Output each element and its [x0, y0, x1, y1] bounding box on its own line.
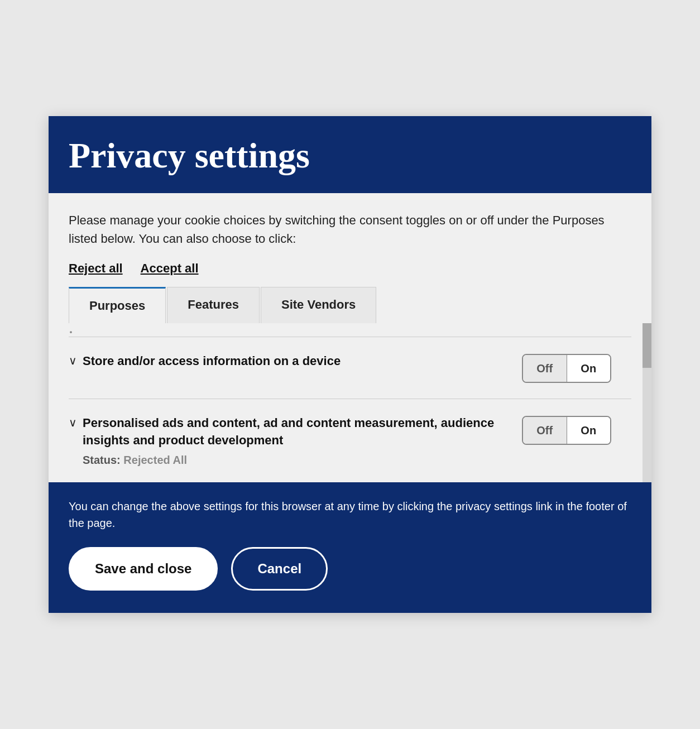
- purpose-item-1: ∨ Store and/or access information on a d…: [69, 337, 631, 399]
- modal-header: Privacy settings: [49, 116, 651, 193]
- purpose-label-1: ∨ Store and/or access information on a d…: [69, 353, 522, 370]
- quick-actions: Reject all Accept all: [69, 261, 631, 276]
- save-and-close-button[interactable]: Save and close: [69, 547, 218, 591]
- content-area: · ∨ Store and/or access information on a…: [49, 323, 651, 482]
- toggle-off-1[interactable]: Off: [523, 355, 567, 382]
- footer-text: You can change the above settings for th…: [69, 498, 631, 531]
- purpose-label-2: ∨ Personalised ads and content, ad and c…: [69, 415, 522, 467]
- scrollbar-thumb[interactable]: [643, 323, 651, 368]
- toggle-group-1: Off On: [522, 354, 611, 383]
- toggle-on-2[interactable]: On: [567, 417, 611, 444]
- purpose-title-2: Personalised ads and content, ad and con…: [83, 415, 522, 449]
- accept-all-link[interactable]: Accept all: [141, 261, 199, 276]
- intro-text: Please manage your cookie choices by swi…: [69, 211, 631, 248]
- tabs: Purposes Features Site Vendors: [69, 287, 631, 323]
- modal-body: Please manage your cookie choices by swi…: [49, 193, 651, 323]
- purpose-item-2: ∨ Personalised ads and content, ad and c…: [69, 399, 631, 482]
- status-value-2: Rejected All: [123, 454, 187, 466]
- toggle-group-2: Off On: [522, 416, 611, 445]
- scrollbar-track[interactable]: [643, 323, 651, 482]
- dot-indicator: ·: [69, 332, 631, 337]
- modal-footer: You can change the above settings for th…: [49, 482, 651, 613]
- privacy-settings-modal: Privacy settings Please manage your cook…: [49, 116, 651, 613]
- reject-all-link[interactable]: Reject all: [69, 261, 123, 276]
- purpose-status-2: Status: Rejected All: [83, 454, 522, 467]
- tab-features[interactable]: Features: [167, 287, 260, 323]
- tab-purposes[interactable]: Purposes: [69, 287, 166, 323]
- tab-site-vendors[interactable]: Site Vendors: [261, 287, 376, 323]
- chevron-icon-1[interactable]: ∨: [69, 354, 77, 367]
- purpose-title-1: Store and/or access information on a dev…: [83, 353, 341, 370]
- chevron-icon-2[interactable]: ∨: [69, 416, 77, 429]
- modal-title: Privacy settings: [69, 136, 631, 175]
- toggle-on-1[interactable]: On: [567, 355, 611, 382]
- toggle-off-2[interactable]: Off: [523, 417, 567, 444]
- footer-buttons: Save and close Cancel: [69, 547, 631, 591]
- cancel-button[interactable]: Cancel: [231, 547, 328, 591]
